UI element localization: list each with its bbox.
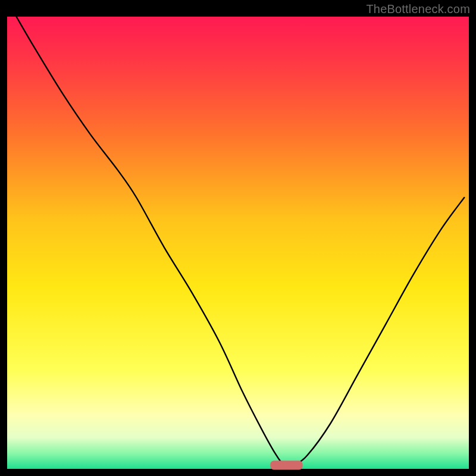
gradient-background: [7, 17, 469, 469]
bottleneck-chart: [0, 0, 476, 476]
optimal-range-marker: [270, 461, 302, 469]
chart-frame: TheBottleneck.com: [0, 0, 476, 476]
watermark-text: TheBottleneck.com: [366, 2, 470, 16]
